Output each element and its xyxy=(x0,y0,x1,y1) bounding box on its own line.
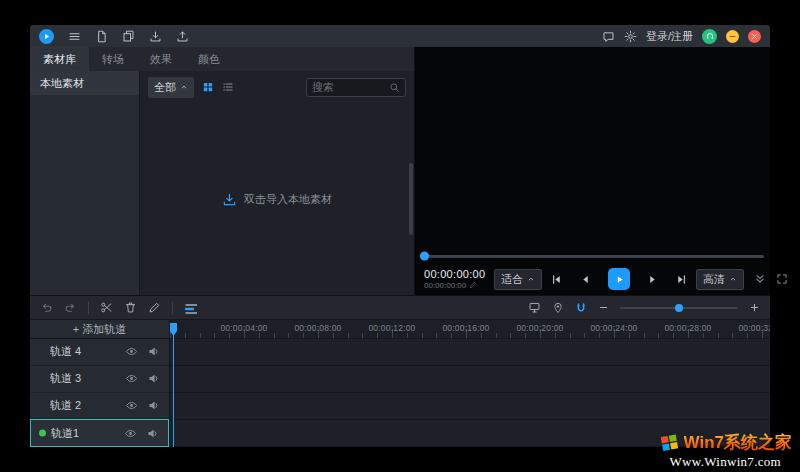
tab-colors[interactable]: 颜色 xyxy=(185,47,233,71)
timeline-lane[interactable] xyxy=(170,339,770,366)
search-box xyxy=(306,78,406,97)
seek-bar[interactable] xyxy=(421,255,764,258)
titlebar: 登录/注册 xyxy=(30,25,770,47)
preview-right-controls: 高清 xyxy=(696,269,788,290)
media-toolbar: 全部 xyxy=(140,71,414,103)
tab-effects[interactable]: 效果 xyxy=(137,47,185,71)
transport-controls xyxy=(550,268,688,290)
next-frame-button[interactable] xyxy=(646,273,659,286)
track-header-4[interactable]: 轨道 4 xyxy=(30,339,169,366)
ruler-label: 00:00:28:00 xyxy=(664,323,711,333)
import-icon[interactable] xyxy=(149,30,162,43)
main-area: 素材库 转场 效果 颜色 本地素材 全部 xyxy=(30,47,770,295)
watermark-site-url: Www.Winwin7.com xyxy=(670,454,781,470)
quality-dropdown[interactable]: 高清 xyxy=(696,269,744,290)
speaker-mute-icon[interactable] xyxy=(147,372,160,385)
settings-gear-icon[interactable] xyxy=(624,30,637,43)
playhead-handle[interactable] xyxy=(170,323,177,336)
dropzone-label: 双击导入本地素材 xyxy=(244,192,332,207)
timeline-zoom-slider[interactable] xyxy=(620,307,738,309)
previous-frame-button[interactable] xyxy=(579,273,592,286)
track-header-1-selected[interactable]: 轨道1 xyxy=(30,419,169,447)
grid-view-icon[interactable] xyxy=(202,81,214,93)
chevron-up-icon xyxy=(180,83,188,91)
magnet-snap-icon[interactable] xyxy=(575,302,587,314)
tab-media-library[interactable]: 素材库 xyxy=(30,47,89,71)
eye-visibility-icon[interactable] xyxy=(124,427,137,440)
track-header-3[interactable]: 轨道 3 xyxy=(30,366,169,393)
playhead[interactable] xyxy=(170,320,180,447)
delete-trash-icon[interactable] xyxy=(124,301,137,314)
redo-icon[interactable] xyxy=(64,301,77,314)
media-browser: 全部 双击导入本地素材 xyxy=(140,71,414,295)
project-copy-icon[interactable] xyxy=(122,30,135,43)
snapshot-icon[interactable] xyxy=(528,301,541,314)
add-track-button[interactable]: + 添加轨道 xyxy=(30,320,169,339)
chevron-up-icon xyxy=(729,275,737,283)
edit-timecode-icon[interactable] xyxy=(469,281,477,289)
export-icon[interactable] xyxy=(176,30,189,43)
marker-pin-icon[interactable] xyxy=(552,302,564,314)
eye-visibility-icon[interactable] xyxy=(125,345,138,358)
search-input[interactable] xyxy=(312,81,385,93)
menu-icon[interactable] xyxy=(68,30,81,43)
titlebar-left-icons xyxy=(39,29,189,44)
total-timecode: 00:00:00:00 xyxy=(424,281,466,290)
quality-label: 高清 xyxy=(703,272,725,287)
video-viewport xyxy=(415,47,770,249)
preview-panel: 00:00:00:00 00:00:00:00 适合 xyxy=(415,47,770,295)
playback-controls: 00:00:00:00 00:00:00:00 适合 xyxy=(415,263,770,295)
library-panel: 素材库 转场 效果 颜色 本地素材 全部 xyxy=(30,47,415,295)
ruler-label: 00:00:08:00 xyxy=(294,323,341,333)
new-project-icon[interactable] xyxy=(95,30,108,43)
fit-dropdown[interactable]: 适合 xyxy=(494,269,542,290)
skip-to-start-button[interactable] xyxy=(550,273,563,286)
customer-service-button[interactable] xyxy=(702,29,717,44)
minimize-button[interactable] xyxy=(726,30,739,43)
track-header-2[interactable]: 轨道 2 xyxy=(30,393,169,420)
speaker-mute-icon[interactable] xyxy=(147,399,160,412)
collapse-preview-icon[interactable] xyxy=(754,273,766,285)
search-icon[interactable] xyxy=(389,82,400,93)
ruler-label: 00:00:20:00 xyxy=(516,323,563,333)
ruler-label: 00:00:16:00 xyxy=(442,323,489,333)
zoom-in-icon[interactable] xyxy=(749,302,760,313)
list-view-icon[interactable] xyxy=(222,81,234,93)
timeline-lane[interactable] xyxy=(170,393,770,420)
zoom-out-icon[interactable] xyxy=(598,302,609,313)
tab-transitions[interactable]: 转场 xyxy=(89,47,137,71)
time-ruler[interactable]: 00:00:04:00 00:00:08:00 00:00:12:00 00:0… xyxy=(170,320,770,339)
undo-icon[interactable] xyxy=(40,301,53,314)
eye-visibility-icon[interactable] xyxy=(125,372,138,385)
track-headers: + 添加轨道 轨道 4 轨道 3 轨道 2 xyxy=(30,320,170,447)
close-button[interactable] xyxy=(748,30,761,43)
eye-visibility-icon[interactable] xyxy=(125,399,138,412)
filter-dropdown[interactable]: 全部 xyxy=(148,77,194,98)
watermark-site-name: Win7系统之家 xyxy=(684,431,792,454)
track-label: 轨道 3 xyxy=(50,371,116,386)
feedback-icon[interactable] xyxy=(602,30,615,43)
play-button[interactable] xyxy=(608,268,630,290)
track-label: 轨道 4 xyxy=(50,344,116,359)
split-scissors-icon[interactable] xyxy=(100,301,113,314)
fullscreen-icon[interactable] xyxy=(776,273,788,285)
sidebar-item-local-media[interactable]: 本地素材 xyxy=(30,71,139,95)
speaker-mute-icon[interactable] xyxy=(146,427,159,440)
library-body: 本地素材 全部 xyxy=(30,71,414,295)
track-label: 轨道1 xyxy=(51,426,115,441)
login-register-link[interactable]: 登录/注册 xyxy=(646,29,693,44)
speaker-mute-icon[interactable] xyxy=(147,345,160,358)
seek-handle[interactable] xyxy=(420,252,429,261)
ruler-label: 00:00:12:00 xyxy=(368,323,415,333)
track-manager-icon[interactable] xyxy=(184,301,197,314)
skip-to-end-button[interactable] xyxy=(675,273,688,286)
import-dropzone[interactable]: 双击导入本地素材 xyxy=(140,103,414,295)
media-scrollbar[interactable] xyxy=(409,163,413,235)
timeline-lane[interactable] xyxy=(170,366,770,393)
current-timecode: 00:00:00:00 xyxy=(424,268,486,281)
video-editor-window: 登录/注册 素材库 转场 效果 颜色 本地素材 xyxy=(30,25,770,447)
track-label: 轨道 2 xyxy=(50,398,116,413)
edit-pencil-icon[interactable] xyxy=(148,301,161,314)
windows-flag-icon xyxy=(659,432,680,453)
zoom-slider-handle[interactable] xyxy=(675,304,683,312)
